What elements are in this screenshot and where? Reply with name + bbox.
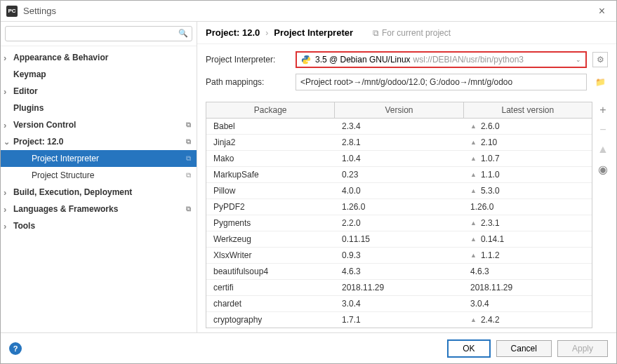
upgrade-arrow-icon: ▲ bbox=[470, 187, 477, 194]
main-body: 🔍 Appearance & BehaviorKeymapEditorPlugi… bbox=[1, 22, 616, 332]
gear-icon[interactable]: ⚙ bbox=[592, 52, 608, 67]
settings-tree: Appearance & BehaviorKeymapEditorPlugins… bbox=[1, 46, 197, 332]
form-area: Project Interpreter: 3.5 @ Debian GNU/Li… bbox=[197, 44, 616, 97]
sidebar-item-version-control[interactable]: Version Control⧉ bbox=[1, 116, 197, 133]
table-row[interactable]: Mako1.0.4▲1.0.7 bbox=[206, 151, 592, 167]
main-panel: Project: 12.0 › Project Interpreter ⧉For… bbox=[197, 22, 616, 332]
cancel-button[interactable]: Cancel bbox=[496, 340, 552, 357]
package-version: 4.0.0 bbox=[335, 183, 463, 198]
sidebar: 🔍 Appearance & BehaviorKeymapEditorPlugi… bbox=[1, 22, 197, 332]
add-package-button[interactable]: + bbox=[596, 103, 610, 117]
python-icon bbox=[301, 55, 311, 65]
table-row[interactable]: certifi2018.11.292018.11.29 bbox=[206, 280, 592, 296]
table-row[interactable]: Werkzeug0.11.15▲0.14.1 bbox=[206, 231, 592, 248]
upgrade-arrow-icon: ▲ bbox=[470, 171, 477, 178]
package-latest: ▲5.3.0 bbox=[463, 183, 592, 198]
package-version: 0.23 bbox=[335, 167, 463, 182]
interpreter-path: wsl://DEBIAN/usr/bin/python3 bbox=[413, 55, 524, 65]
sidebar-item-build-execution-deployment[interactable]: Build, Execution, Deployment bbox=[1, 184, 197, 201]
package-version: 1.0.4 bbox=[335, 151, 463, 166]
table-row[interactable]: beautifulsoup44.6.34.6.3 bbox=[206, 264, 592, 280]
upgrade-arrow-icon: ▲ bbox=[470, 236, 477, 243]
table-row[interactable]: chardet3.0.43.0.4 bbox=[206, 296, 592, 312]
sidebar-item-label: Build, Execution, Deployment bbox=[13, 187, 132, 197]
sidebar-item-label: Keymap bbox=[13, 69, 46, 79]
package-latest: ▲2.3.1 bbox=[463, 215, 592, 231]
window-title: Settings bbox=[23, 6, 593, 16]
package-version: 1.7.1 bbox=[335, 312, 463, 328]
path-mappings-label: Path mappings: bbox=[206, 77, 290, 87]
dialog-footer: ? OK Cancel Apply bbox=[1, 332, 616, 363]
table-row[interactable]: MarkupSafe0.23▲1.1.0 bbox=[206, 167, 592, 183]
table-row[interactable]: PyPDF21.26.01.26.0 bbox=[206, 199, 592, 215]
package-name: beautifulsoup4 bbox=[206, 264, 335, 279]
sidebar-item-label: Languages & Frameworks bbox=[13, 204, 118, 214]
interpreter-row: Project Interpreter: 3.5 @ Debian GNU/Li… bbox=[206, 48, 608, 71]
table-row[interactable]: Pillow4.0.0▲5.3.0 bbox=[206, 183, 592, 199]
close-icon[interactable]: × bbox=[593, 5, 611, 18]
sidebar-item-label: Plugins bbox=[13, 103, 44, 113]
sidebar-item-tools[interactable]: Tools bbox=[1, 217, 197, 234]
table-header: Package Version Latest version bbox=[206, 102, 592, 119]
package-name: certifi bbox=[206, 280, 335, 295]
sidebar-item-project-structure[interactable]: Project Structure⧉ bbox=[1, 167, 197, 184]
sidebar-item-label: Appearance & Behavior bbox=[13, 53, 108, 62]
package-latest: ▲2.10 bbox=[463, 135, 592, 150]
header-latest[interactable]: Latest version bbox=[464, 102, 592, 118]
package-version: 0.9.3 bbox=[335, 248, 463, 263]
package-version: 2.2.0 bbox=[335, 215, 463, 231]
package-name: Pygments bbox=[206, 215, 335, 231]
package-latest: ▲2.6.0 bbox=[463, 119, 592, 134]
upgrade-package-button[interactable]: ▲ bbox=[596, 142, 610, 156]
breadcrumb-root[interactable]: Project: 12.0 bbox=[206, 27, 260, 38]
show-early-releases-button[interactable]: ◉ bbox=[596, 162, 610, 176]
search-input[interactable] bbox=[5, 26, 192, 41]
folder-icon[interactable]: 📁 bbox=[592, 74, 608, 90]
table-row[interactable]: XlsxWriter0.9.3▲1.1.2 bbox=[206, 248, 592, 264]
package-name: Werkzeug bbox=[206, 231, 335, 247]
upgrade-arrow-icon: ▲ bbox=[470, 123, 477, 130]
upgrade-arrow-icon: ▲ bbox=[470, 155, 477, 162]
sidebar-item-editor[interactable]: Editor bbox=[1, 83, 197, 100]
path-mappings-row: Path mappings: <Project root>→/mnt/g/odo… bbox=[206, 71, 608, 93]
upgrade-arrow-icon: ▲ bbox=[470, 316, 477, 323]
sidebar-item-keymap[interactable]: Keymap bbox=[1, 66, 197, 83]
table-row[interactable]: Babel2.3.4▲2.6.0 bbox=[206, 119, 592, 135]
package-name: MarkupSafe bbox=[206, 167, 335, 182]
help-icon[interactable]: ? bbox=[9, 342, 22, 355]
sidebar-item-project-interpreter[interactable]: Project Interpreter⧉ bbox=[1, 150, 197, 167]
path-mappings-input[interactable]: <Project root>→/mnt/g/odoo/12.0; G:/odoo… bbox=[296, 74, 587, 90]
sidebar-item-project-12-0[interactable]: Project: 12.0⧉ bbox=[1, 133, 197, 150]
copy-icon: ⧉ bbox=[186, 154, 191, 163]
copy-icon: ⧉ bbox=[186, 137, 191, 146]
copy-icon: ⧉ bbox=[186, 121, 191, 129]
chevron-right-icon: › bbox=[265, 28, 268, 38]
apply-button[interactable]: Apply bbox=[557, 340, 608, 357]
titlebar: PC Settings × bbox=[1, 1, 616, 22]
package-latest: ▲0.14.1 bbox=[463, 231, 592, 247]
package-version: 1.26.0 bbox=[335, 199, 463, 215]
sidebar-item-plugins[interactable]: Plugins bbox=[1, 100, 197, 116]
package-name: PyPDF2 bbox=[206, 199, 335, 215]
package-version: 2.8.1 bbox=[335, 135, 463, 150]
header-package[interactable]: Package bbox=[206, 102, 335, 118]
ok-button[interactable]: OK bbox=[447, 339, 490, 358]
search-row: 🔍 bbox=[1, 22, 197, 46]
table-row[interactable]: cryptography1.7.1▲2.4.2 bbox=[206, 312, 592, 328]
package-latest: 4.6.3 bbox=[463, 264, 592, 279]
copy-icon: ⧉ bbox=[186, 205, 191, 213]
sidebar-item-appearance-behavior[interactable]: Appearance & Behavior bbox=[1, 49, 197, 66]
package-actions: + − ▲ ◉ bbox=[592, 102, 613, 328]
chevron-down-icon: ⌄ bbox=[576, 56, 581, 63]
package-latest: 1.26.0 bbox=[463, 199, 592, 215]
interpreter-dropdown[interactable]: 3.5 @ Debian GNU/Linux wsl://DEBIAN/usr/… bbox=[296, 51, 587, 68]
remove-package-button[interactable]: − bbox=[596, 123, 610, 137]
table-row[interactable]: Jinja22.8.1▲2.10 bbox=[206, 135, 592, 151]
table-row[interactable]: Pygments2.2.0▲2.3.1 bbox=[206, 215, 592, 231]
header-version[interactable]: Version bbox=[335, 102, 463, 118]
packages-area: Package Version Latest version Babel2.3.… bbox=[197, 97, 616, 332]
package-latest: 3.0.4 bbox=[463, 296, 592, 311]
package-version: 2018.11.29 bbox=[335, 280, 463, 295]
package-latest: 2018.11.29 bbox=[463, 280, 592, 295]
sidebar-item-languages-frameworks[interactable]: Languages & Frameworks⧉ bbox=[1, 201, 197, 217]
